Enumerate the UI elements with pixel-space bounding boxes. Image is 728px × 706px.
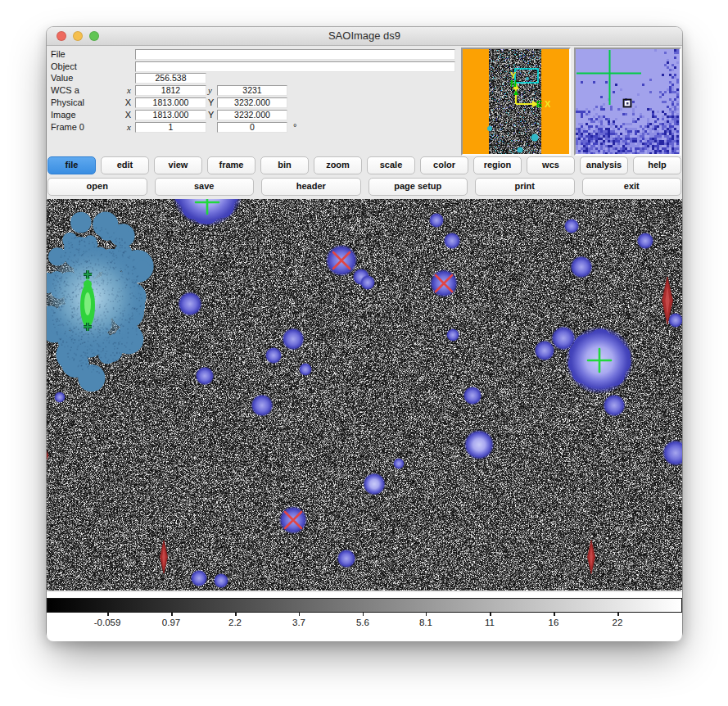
info-value-field[interactable]: 3232.000 xyxy=(217,97,287,108)
axis-label: X xyxy=(120,97,131,108)
menu-button-scale[interactable]: scale xyxy=(367,156,415,174)
colorbar-tick xyxy=(107,613,109,616)
colorbar-tick-label: 3.7 xyxy=(292,618,305,627)
colorbar-tick xyxy=(426,613,427,616)
info-row-object: Object xyxy=(51,61,460,72)
info-value-field[interactable]: 1812 xyxy=(135,85,206,96)
info-row-value: Value256.538 xyxy=(51,73,460,84)
info-row-frame-0: Frame 0x10° xyxy=(51,122,460,133)
menu-button-analysis[interactable]: analysis xyxy=(580,156,628,174)
panner[interactable] xyxy=(461,48,571,156)
magnifier xyxy=(574,48,681,156)
info-value-field[interactable]: 1 xyxy=(135,122,206,133)
title-bar[interactable]: SAOImage ds9 xyxy=(47,27,682,46)
menu-button-region[interactable]: region xyxy=(473,156,522,174)
magnifier-canvas xyxy=(576,49,680,154)
info-value-field[interactable]: 1813.000 xyxy=(135,97,206,108)
info-label: Image xyxy=(51,110,76,120)
ds9-window: SAOImage ds9 FileObjectValue256.538WCS a… xyxy=(47,27,682,639)
menu-button-view[interactable]: view xyxy=(154,156,202,174)
axis-label: x xyxy=(120,85,131,96)
menu-button-file[interactable]: file xyxy=(47,156,96,174)
primary-menubar: fileeditviewframebinzoomscalecolorregion… xyxy=(47,156,682,174)
action-button-exit[interactable]: exit xyxy=(582,178,682,196)
info-label: Value xyxy=(51,73,73,84)
action-button-save[interactable]: save xyxy=(155,178,255,196)
info-row-file: File xyxy=(51,49,460,60)
info-value-field xyxy=(135,61,455,72)
menu-button-edit[interactable]: edit xyxy=(101,156,149,174)
info-value-field: 256.538 xyxy=(135,73,206,84)
info-panel: FileObjectValue256.538WCS ax1812y3231Phy… xyxy=(47,46,682,155)
colorbar-tick xyxy=(554,613,555,616)
info-value-field[interactable]: 1813.000 xyxy=(135,110,206,120)
degree-symbol: ° xyxy=(293,122,296,132)
colorbar-tick-label: 0.97 xyxy=(162,618,180,627)
colorbar-tick-label: 11 xyxy=(485,618,495,627)
menu-button-zoom[interactable]: zoom xyxy=(314,156,362,174)
colorbar-tick xyxy=(299,613,301,616)
colorbar-tick xyxy=(235,613,237,616)
colorbar-tick-label: 22 xyxy=(613,618,623,627)
colorbar-tick xyxy=(363,613,364,616)
action-button-open[interactable]: open xyxy=(47,178,147,196)
panner-canvas[interactable] xyxy=(463,49,569,154)
desktop-background: SAOImage ds9 FileObjectValue256.538WCS a… xyxy=(0,0,728,706)
colorbar-tick xyxy=(490,613,491,616)
colorbar-tick-label: 2.2 xyxy=(228,618,242,627)
info-label: Frame 0 xyxy=(51,122,84,133)
menu-button-wcs[interactable]: wcs xyxy=(527,156,575,174)
coordinate-readout-grid: FileObjectValue256.538WCS ax1812y3231Phy… xyxy=(51,46,460,155)
info-label: File xyxy=(51,49,66,60)
colorbar-tick-label: 5.6 xyxy=(356,618,369,627)
action-button-header[interactable]: header xyxy=(261,178,361,196)
info-label: Object xyxy=(51,61,77,72)
info-row-wcs-a: WCS ax1812y3231 xyxy=(51,85,460,96)
colorbar-tick xyxy=(617,613,619,616)
info-label: WCS a xyxy=(51,85,79,96)
menu-button-bin[interactable]: bin xyxy=(260,156,309,174)
axis-label: x xyxy=(120,122,131,133)
info-row-physical: PhysicalX1813.000Y3232.000 xyxy=(51,97,460,108)
colorbar-tick xyxy=(171,613,173,616)
window-title: SAOImage ds9 xyxy=(47,27,682,45)
axis-label: y xyxy=(208,85,215,96)
action-button-page-setup[interactable]: page setup xyxy=(369,178,468,196)
action-button-print[interactable]: print xyxy=(475,178,575,196)
image-display-area xyxy=(47,199,682,591)
main-image-canvas[interactable] xyxy=(47,199,682,591)
axis-label: Y xyxy=(208,97,215,108)
colorbar-gradient[interactable] xyxy=(47,598,682,613)
colorbar-panel: -0.0590.972.23.75.68.1111622 xyxy=(47,592,682,641)
info-row-image: ImageX1813.000Y3232.000 xyxy=(51,110,460,120)
axis-label: Y xyxy=(208,110,215,120)
info-value-field xyxy=(135,49,455,60)
secondary-menubar: opensaveheaderpage setupprintexit xyxy=(47,178,682,196)
colorbar-tick-label: 16 xyxy=(549,618,559,627)
menu-button-help[interactable]: help xyxy=(633,156,681,174)
info-label: Physical xyxy=(51,97,84,108)
menu-button-color[interactable]: color xyxy=(420,156,468,174)
info-value-field[interactable]: 3232.000 xyxy=(217,110,287,120)
info-value-field[interactable]: 0 xyxy=(217,122,287,133)
axis-label: X xyxy=(120,110,131,120)
menu-button-frame[interactable]: frame xyxy=(207,156,255,174)
colorbar-tick-label: 8.1 xyxy=(419,618,432,627)
info-value-field[interactable]: 3231 xyxy=(217,85,287,96)
colorbar-tick-label: -0.059 xyxy=(94,618,121,627)
